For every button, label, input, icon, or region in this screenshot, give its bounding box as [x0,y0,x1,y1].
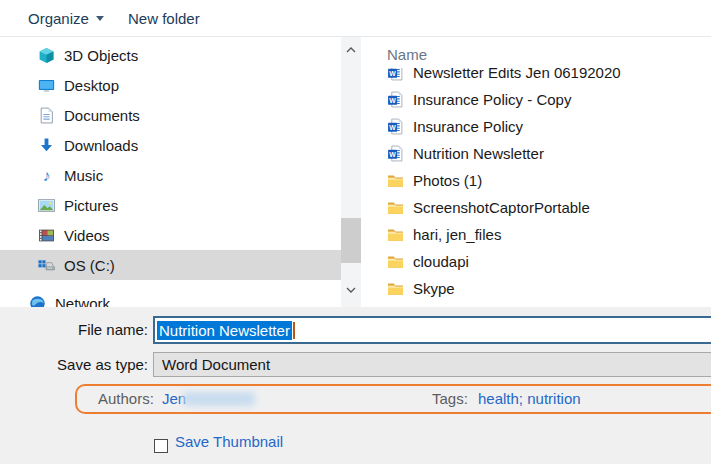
sidebar-item-pictures[interactable]: Pictures [0,190,341,220]
sidebar-item-network[interactable]: Network [0,288,341,307]
3d-objects-icon [38,47,55,64]
file-row-folder[interactable]: ScreenshotCaptorPortable [361,194,711,221]
file-row-folder[interactable]: hari, jen_files [361,221,711,248]
documents-icon [38,107,55,124]
save-as-type-value: Word Document [162,356,270,373]
downloads-icon [38,137,55,154]
file-name-input[interactable]: Nutrition Newsletter [153,316,711,344]
tags-value[interactable]: health; nutrition [478,386,581,412]
folder-icon [387,253,404,270]
save-as-type-combo[interactable]: Word Document [153,352,711,377]
sidebar-item-drive[interactable]: OS (C:) [0,250,341,280]
file-row-document[interactable]: W Insurance Policy - Copy [361,86,711,113]
file-row-folder[interactable]: Skype [361,275,711,302]
sidebar-item-music[interactable]: ♪ Music [0,160,341,190]
file-row-document[interactable]: W Insurance Policy [361,113,711,140]
file-row-folder[interactable]: Photos (1) [361,167,711,194]
drive-icon [38,257,55,274]
save-thumbnail-label[interactable]: Save Thumbnail [175,433,283,450]
music-icon: ♪ [38,167,55,184]
pictures-icon [38,197,55,214]
sidebar-item-documents[interactable]: Documents [0,100,341,130]
file-list-pane: Name W Newsletter Edits Jen 06192020 W I… [361,37,711,307]
folder-icon [387,172,404,189]
network-icon [29,295,46,308]
properties-highlight-box: Authors: Jen Tags: health; nutrition [75,384,711,414]
organize-label: Organize [28,10,89,27]
svg-text:W: W [389,97,396,104]
svg-text:W: W [389,124,396,131]
save-as-dialog: Organize New folder 3D Objects Desktop D… [0,0,711,464]
word-file-icon: W [387,91,404,108]
chevron-up-icon [346,42,356,59]
toolbar: Organize New folder [0,0,711,37]
tags-label: Tags: [432,386,468,412]
scrollbar-up-button[interactable] [341,43,361,57]
folder-icon [387,226,404,243]
videos-icon [38,227,55,244]
svg-text:W: W [389,70,396,77]
organize-button[interactable]: Organize [28,0,104,36]
sidebar-item-videos[interactable]: Videos [0,220,341,250]
new-folder-label: New folder [128,10,200,27]
word-file-icon: W [387,118,404,135]
file-row-document[interactable]: W Nutrition Newsletter [361,140,711,167]
file-rows: W Newsletter Edits Jen 06192020 W Insura… [361,68,711,307]
text-caret [293,322,295,339]
sidebar-item-3d-objects[interactable]: 3D Objects [0,40,341,70]
navigation-pane: 3D Objects Desktop Documents Downloads ♪… [0,37,341,307]
save-thumbnail-checkbox[interactable] [154,439,168,453]
file-row-folder[interactable]: cloudapi [361,248,711,275]
folder-icon [387,199,404,216]
nav-scrollbar[interactable] [341,37,361,307]
save-as-type-label: Save as type: [0,352,148,377]
authors-label: Authors: [98,386,154,412]
word-file-icon: W [387,68,404,81]
author-redacted-blur [183,392,255,406]
file-name-label: File name: [0,316,148,344]
file-row-document[interactable]: W Newsletter Edits Jen 06192020 [361,68,711,86]
name-column-header[interactable]: Name [387,46,427,63]
new-folder-button[interactable]: New folder [128,0,200,36]
file-name-value-selected: Nutrition Newsletter [157,321,292,340]
scrollbar-down-button[interactable] [341,283,361,297]
scrollbar-thumb[interactable] [341,218,361,263]
word-file-icon: W [387,145,404,162]
chevron-down-icon [346,282,356,299]
sidebar-item-downloads[interactable]: Downloads [0,130,341,160]
desktop-icon [38,77,55,94]
chevron-down-icon [96,10,104,27]
sidebar-item-desktop[interactable]: Desktop [0,70,341,100]
svg-text:W: W [389,151,396,158]
folder-icon [387,280,404,297]
